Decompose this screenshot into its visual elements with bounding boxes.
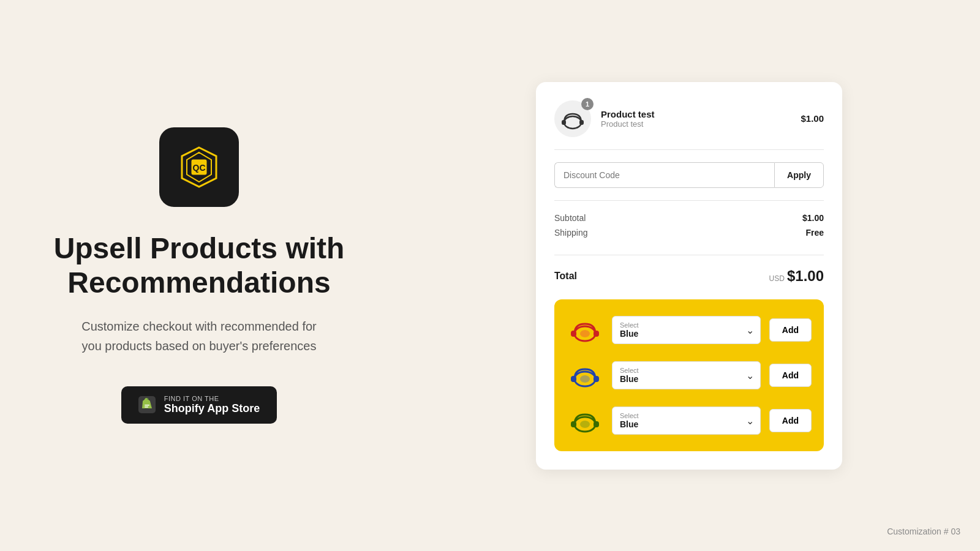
- total-row: Total USD $1.00: [554, 268, 824, 285]
- left-panel: QC Upsell Products with Recommendations …: [0, 0, 398, 551]
- svg-rect-5: [145, 405, 149, 406]
- svg-rect-19: [571, 421, 576, 427]
- upsell-item-3: Select Blue ⌄ Add: [567, 402, 812, 439]
- total-amount: USD $1.00: [769, 268, 824, 285]
- product-quantity-badge: 1: [581, 98, 594, 110]
- upsell-select-label-2: Select: [620, 367, 753, 374]
- logo-icon: QC: [175, 143, 224, 192]
- upsell-image-3: [567, 402, 603, 439]
- shipping-row: Shipping Free: [554, 228, 824, 238]
- upsell-select-3[interactable]: Select Blue ⌄: [612, 407, 761, 435]
- svg-point-13: [580, 330, 590, 337]
- upsell-select-value-1: Blue: [620, 329, 753, 339]
- app-logo: QC: [159, 127, 239, 207]
- svg-rect-15: [571, 376, 576, 382]
- product-info: Product test Product test: [601, 109, 791, 129]
- upsell-select-label-1: Select: [620, 321, 753, 329]
- shopify-find-label: FIND IT ON THE: [164, 395, 219, 402]
- svg-text:QC: QC: [193, 163, 206, 173]
- right-panel: 1 Product test Product test $1.00 Apply …: [398, 0, 980, 551]
- upsell-section: Select Blue ⌄ Add: [554, 299, 824, 451]
- upsell-image-2: [567, 357, 603, 394]
- shopify-btn-text: FIND IT ON THE Shopify App Store: [164, 395, 260, 415]
- product-row: 1 Product test Product test $1.00: [554, 100, 824, 150]
- subtotal-label: Subtotal: [554, 213, 586, 223]
- discount-input[interactable]: [554, 162, 774, 188]
- checkout-card: 1 Product test Product test $1.00 Apply …: [536, 82, 842, 470]
- upsell-select-2[interactable]: Select Blue ⌄: [612, 361, 761, 389]
- subtotal-row: Subtotal $1.00: [554, 213, 824, 223]
- shipping-value: Free: [805, 228, 824, 238]
- chevron-down-icon-2: ⌄: [746, 369, 754, 381]
- product-price: $1.00: [801, 113, 824, 124]
- subtotal-value: $1.00: [802, 213, 824, 223]
- svg-rect-12: [594, 331, 599, 337]
- svg-point-21: [580, 421, 590, 428]
- product-image-wrap: 1: [554, 100, 591, 137]
- total-label: Total: [554, 271, 577, 282]
- shopify-icon: [138, 396, 156, 413]
- upsell-select-label-3: Select: [620, 412, 753, 419]
- svg-rect-20: [594, 421, 599, 427]
- upsell-select-1[interactable]: Select Blue ⌄: [612, 316, 761, 344]
- svg-rect-8: [562, 120, 566, 125]
- headline: Upsell Products with Recommendations: [37, 231, 361, 299]
- upsell-select-value-3: Blue: [620, 419, 753, 429]
- headphone-red-icon: [568, 313, 602, 347]
- product-name: Product test: [601, 109, 791, 119]
- customization-label: Customization # 03: [887, 527, 960, 536]
- totals-section: Subtotal $1.00 Shipping Free: [554, 213, 824, 255]
- shipping-label: Shipping: [554, 228, 588, 238]
- upsell-image-1: [567, 312, 603, 348]
- shopify-store-label: Shopify App Store: [164, 402, 260, 415]
- product-variant: Product test: [601, 119, 791, 129]
- chevron-down-icon-1: ⌄: [746, 324, 754, 335]
- total-currency: USD: [769, 274, 785, 283]
- svg-rect-11: [571, 331, 576, 337]
- svg-point-7: [564, 116, 581, 129]
- svg-point-17: [580, 375, 590, 383]
- shopify-app-store-button[interactable]: FIND IT ON THE Shopify App Store: [121, 386, 277, 424]
- upsell-add-button-1[interactable]: Add: [769, 318, 812, 342]
- discount-row: Apply: [554, 162, 824, 201]
- subtext: Customize checkout with recommended for …: [70, 317, 328, 356]
- headphone-blue-icon: [568, 358, 602, 392]
- upsell-item-2: Select Blue ⌄ Add: [567, 357, 812, 394]
- chevron-down-icon-3: ⌄: [746, 414, 754, 426]
- svg-rect-16: [594, 376, 599, 382]
- upsell-add-button-3[interactable]: Add: [769, 409, 812, 432]
- apply-button[interactable]: Apply: [774, 162, 824, 188]
- upsell-select-value-2: Blue: [620, 374, 753, 384]
- headphone-green-icon: [568, 403, 602, 438]
- upsell-item-1: Select Blue ⌄ Add: [567, 312, 812, 348]
- upsell-add-button-2[interactable]: Add: [769, 364, 812, 387]
- svg-rect-6: [145, 407, 148, 408]
- svg-rect-9: [579, 120, 584, 125]
- headphone-product-icon: [559, 105, 586, 132]
- total-value: $1.00: [787, 268, 824, 285]
